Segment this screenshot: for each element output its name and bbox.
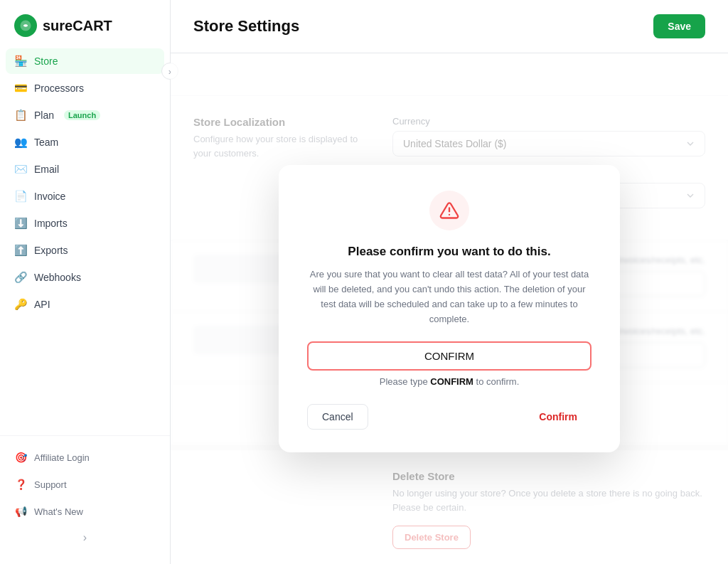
sidebar-item-webhooks[interactable]: Webhooks: [6, 265, 164, 290]
cancel-button[interactable]: Cancel: [307, 404, 368, 430]
support-icon: [14, 478, 27, 491]
sidebar-footer-label: What's New: [34, 506, 83, 517]
sidebar-item-label: Plan: [34, 110, 54, 121]
sidebar-footer-label: Support: [34, 479, 67, 490]
sidebar-item-label: Imports: [34, 218, 68, 229]
store-icon: [14, 55, 27, 68]
sidebar-item-label: Team: [34, 137, 58, 148]
sidebar-item-store[interactable]: Store: [6, 48, 164, 74]
sidebar-item-label: Email: [34, 164, 59, 175]
sidebar-item-exports[interactable]: Exports: [6, 238, 164, 263]
collapse-icon: ›: [83, 531, 87, 544]
imports-icon: [14, 217, 27, 230]
sidebar: sureCART › Store Processors Plan Launch …: [0, 0, 171, 564]
sidebar-item-label: Invoice: [34, 191, 65, 202]
modal-desc: Are you sure that you want to clear all …: [307, 267, 592, 326]
sidebar-footer-label: Affiliate Login: [34, 452, 90, 463]
api-icon: [14, 298, 27, 311]
logo-text: sureCART: [43, 18, 112, 34]
plan-badge: Launch: [64, 110, 100, 120]
sidebar-item-api[interactable]: API: [6, 292, 164, 317]
logo: sureCART: [0, 0, 170, 48]
processors-icon: [14, 82, 27, 95]
invoice-icon: [14, 190, 27, 203]
sidebar-item-affiliate[interactable]: Affiliate Login: [6, 445, 164, 470]
sidebar-item-team[interactable]: Team: [6, 129, 164, 155]
webhooks-icon: [14, 271, 27, 284]
warning-icon-container: [429, 191, 469, 230]
alert-triangle-icon: [439, 201, 459, 220]
modal-title: Please confirm you want to do this.: [307, 245, 592, 259]
modal-overlay: Please confirm you want to do this. Are …: [171, 53, 728, 564]
sidebar-item-label: Processors: [34, 83, 84, 94]
sidebar-item-imports[interactable]: Imports: [6, 211, 164, 236]
surecart-logo-icon: [14, 14, 37, 37]
confirm-modal: Please confirm you want to do this. Are …: [279, 165, 620, 452]
sidebar-nav: Store Processors Plan Launch Team Email …: [0, 48, 170, 435]
email-icon: [14, 163, 27, 176]
save-button[interactable]: Save: [653, 14, 705, 38]
plan-icon: [14, 109, 27, 122]
sidebar-item-plan[interactable]: Plan Launch: [6, 102, 164, 128]
settings-content: Store Localization Configure how your st…: [171, 53, 728, 564]
sidebar-item-label: Store: [34, 55, 58, 67]
sidebar-item-support[interactable]: Support: [6, 472, 164, 497]
sidebar-item-invoice[interactable]: Invoice: [6, 183, 164, 209]
sidebar-item-email[interactable]: Email: [6, 156, 164, 182]
exports-icon: [14, 244, 27, 257]
confirm-button[interactable]: Confirm: [525, 405, 592, 429]
sidebar-bottom-collapse[interactable]: ›: [6, 526, 164, 550]
team-icon: [14, 136, 27, 149]
hint-keyword: CONFIRM: [430, 376, 473, 387]
main-content: Store Settings Save Store Localization C…: [171, 0, 728, 564]
modal-actions: Cancel Confirm: [307, 404, 592, 430]
sidebar-item-label: Exports: [34, 245, 68, 256]
confirm-input[interactable]: CONFIRM: [307, 341, 592, 371]
page-title: Store Settings: [193, 17, 299, 36]
modal-hint: Please type CONFIRM to confirm.: [307, 376, 592, 387]
sidebar-item-whatsnew[interactable]: What's New: [6, 499, 164, 524]
affiliate-icon: [14, 451, 27, 464]
page-header: Store Settings Save: [171, 0, 728, 53]
sidebar-item-processors[interactable]: Processors: [6, 75, 164, 101]
sidebar-item-label: Webhooks: [34, 272, 81, 283]
whatsnew-icon: [14, 505, 27, 518]
sidebar-footer: Affiliate Login Support What's New ›: [0, 435, 170, 564]
sidebar-item-label: API: [34, 299, 50, 310]
